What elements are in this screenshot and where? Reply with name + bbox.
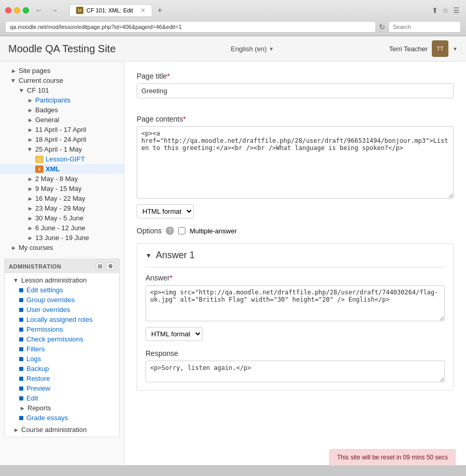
general-label: General: [35, 116, 59, 124]
back-button[interactable]: ←: [33, 5, 45, 16]
permissions-link[interactable]: Permissions: [26, 325, 63, 333]
sidebar-item-badges[interactable]: ▶ Badges: [0, 105, 124, 115]
sidebar-item-edit[interactable]: Edit: [9, 393, 119, 403]
page-wrapper: Moodle QA Testing Site English (en) ▼ Te…: [0, 36, 466, 465]
chevron-right-icon: ▶: [27, 225, 33, 231]
sidebar-item-may16[interactable]: ▶ 16 May - 22 May: [0, 194, 124, 203]
sidebar-item-april11[interactable]: ▶ 11 April - 17 April: [0, 125, 124, 135]
chevron-right-icon: ▶: [10, 245, 17, 251]
sidebar-item-reports[interactable]: ▶ Reports: [9, 403, 119, 413]
administration-panel: ADMINISTRATION ⊟ ⚙ ▶ Lesson administrati…: [4, 259, 120, 437]
page-title-label: Page title*: [137, 72, 454, 80]
sidebar-item-may23[interactable]: ▶ 23 May - 29 May: [0, 203, 124, 213]
sidebar-item-may2[interactable]: ▶ 2 May - 8 May: [0, 174, 124, 184]
help-icon[interactable]: ?: [166, 227, 174, 235]
answer-field-group: Answer* <p><img src="http://qa.moodle.ne…: [145, 274, 445, 323]
response-textarea[interactable]: <p>Sorry, listen again.</p>: [145, 361, 445, 382]
sidebar-item-my-courses[interactable]: ▶ My courses: [0, 243, 124, 252]
chevron-down-icon: ▶: [13, 277, 19, 284]
sidebar-item-restore[interactable]: Restore: [9, 374, 119, 383]
format-select[interactable]: HTML format: [137, 204, 194, 218]
sidebar-item-edit-settings[interactable]: Edit settings: [9, 285, 119, 295]
traffic-lights: [5, 7, 29, 13]
check-permissions-link[interactable]: Check permissions: [26, 335, 83, 343]
answer-format-select[interactable]: HTML format: [145, 327, 202, 341]
restore-link[interactable]: Restore: [26, 375, 50, 382]
edit-settings-link[interactable]: Edit settings: [26, 286, 63, 294]
close-button[interactable]: [5, 7, 11, 13]
filters-link[interactable]: Filters: [26, 345, 45, 353]
admin-gear-button[interactable]: ⚙: [106, 262, 115, 270]
answer1-title: Answer 1: [156, 250, 195, 261]
answer-toggle-icon[interactable]: ▼: [145, 252, 152, 259]
language-selector[interactable]: English (en) ▼: [231, 45, 274, 53]
search-field[interactable]: [388, 21, 461, 33]
answer1-section: ▼ Answer 1 Answer* <p><img src="http://q…: [137, 243, 454, 391]
sidebar-item-site-pages[interactable]: ▶ Site pages: [0, 66, 124, 76]
sidebar-item-april25[interactable]: ▶ 25 April - 1 May: [0, 144, 124, 154]
sidebar-item-general[interactable]: ▶ General: [0, 115, 124, 125]
sidebar-item-group-overrides[interactable]: Group overrides: [9, 295, 119, 305]
settings-button[interactable]: ☰: [452, 5, 461, 16]
sidebar-item-logs[interactable]: Logs: [9, 354, 119, 364]
multiple-answer-checkbox[interactable]: [178, 227, 185, 234]
sidebar-item-may30[interactable]: ▶ 30 May - 5 June: [0, 213, 124, 223]
may9-label: 9 May - 15 May: [35, 185, 82, 192]
user-overrides-link[interactable]: User overrides: [26, 306, 70, 314]
logs-link[interactable]: Logs: [26, 355, 41, 363]
sidebar-item-preview[interactable]: Preview: [9, 383, 119, 393]
sidebar-item-filters[interactable]: Filters: [9, 344, 119, 354]
sidebar-item-backup[interactable]: Backup: [9, 364, 119, 374]
new-tab-button[interactable]: +: [154, 5, 165, 16]
admin-expand-button[interactable]: ⊟: [96, 262, 104, 270]
bullet-icon: [19, 298, 23, 302]
sidebar-item-april18[interactable]: ▶ 18 April - 24 April: [0, 135, 124, 144]
sidebar-item-june6[interactable]: ▶ 6 June - 12 June: [0, 223, 124, 233]
sidebar-item-participants[interactable]: ▶ Participants: [0, 95, 124, 105]
participants-link[interactable]: Participants: [35, 96, 70, 104]
sidebar-item-june13[interactable]: ▶ 13 June - 19 June: [0, 233, 124, 243]
sidebar-item-lesson-gift[interactable]: G Lesson-GIFT: [0, 154, 124, 164]
group-overrides-link[interactable]: Group overrides: [26, 296, 75, 304]
page-title-input[interactable]: [137, 83, 454, 98]
page-contents-textarea[interactable]: <p><a href="http://qa.moodle.net/draftfi…: [137, 126, 454, 199]
tab-close-button[interactable]: ✕: [140, 7, 145, 14]
sidebar-item-grade-essays[interactable]: Grade essays: [9, 413, 119, 423]
edit-link[interactable]: Edit: [26, 394, 38, 402]
sidebar-item-cf101[interactable]: ▶ CF 101: [0, 85, 124, 95]
sidebar-item-current-course[interactable]: ▶ Current course: [0, 76, 124, 85]
refresh-button[interactable]: ↻: [379, 23, 385, 31]
june6-label: 6 June - 12 June: [35, 224, 85, 232]
sidebar-item-permissions[interactable]: Permissions: [9, 324, 119, 334]
bookmark-button[interactable]: ☆: [441, 5, 450, 16]
sidebar-item-user-overrides[interactable]: User overrides: [9, 305, 119, 315]
locally-assigned-roles-link[interactable]: Locally assigned roles: [26, 316, 93, 323]
lang-dropdown-arrow: ▼: [269, 46, 274, 52]
lesson-gift-link[interactable]: Lesson-GIFT: [46, 155, 85, 163]
maximize-button[interactable]: [23, 7, 29, 13]
chevron-right-icon: ▶: [27, 205, 33, 212]
required-star: *: [170, 274, 172, 282]
browser-tab[interactable]: M CF 101: XML: Edit ✕: [69, 4, 152, 16]
browser-chrome: ← → M CF 101: XML: Edit ✕ + ⬆ ☆ ☰ ↻: [0, 0, 466, 36]
grade-essays-link[interactable]: Grade essays: [26, 414, 68, 422]
sidebar-item-check-permissions[interactable]: Check permissions: [9, 334, 119, 344]
my-courses-label: My courses: [19, 244, 53, 251]
answer-textarea[interactable]: <p><img src="http://qa.moodle.net/draftf…: [145, 285, 445, 321]
sidebar-item-may9[interactable]: ▶ 9 May - 15 May: [0, 184, 124, 194]
url-field[interactable]: [5, 21, 376, 33]
sidebar-item-xml[interactable]: X XML: [0, 164, 124, 174]
preview-link[interactable]: Preview: [26, 384, 50, 392]
xml-link[interactable]: XML: [46, 165, 60, 173]
backup-link[interactable]: Backup: [26, 365, 49, 373]
bullet-icon: [19, 416, 23, 420]
sidebar-item-locally-assigned-roles[interactable]: Locally assigned roles: [9, 315, 119, 324]
forward-button[interactable]: →: [49, 5, 60, 16]
sidebar-item-course-admin[interactable]: ▶ Course administration: [9, 425, 119, 435]
share-button[interactable]: ⬆: [431, 5, 439, 16]
sidebar: ▶ Site pages ▶ Current course ▶ CF 101 ▶…: [0, 62, 124, 465]
user-avatar[interactable]: TT: [432, 40, 448, 57]
sidebar-item-lesson-admin[interactable]: ▶ Lesson administration: [9, 275, 119, 285]
cf101-label: CF 101: [27, 86, 49, 94]
minimize-button[interactable]: [14, 7, 20, 13]
